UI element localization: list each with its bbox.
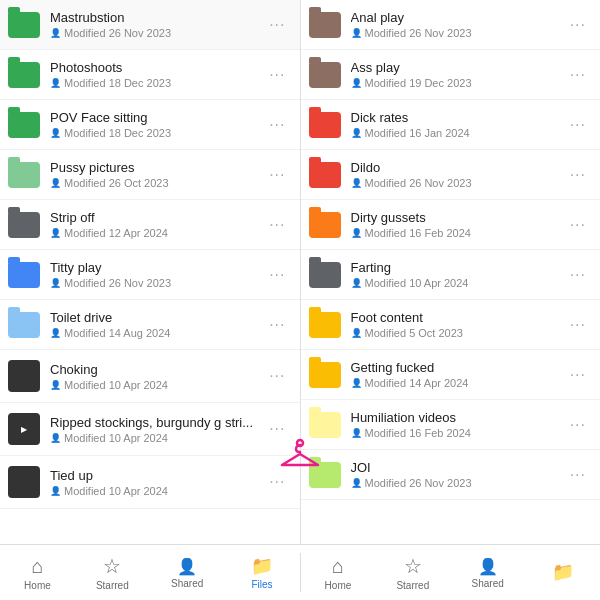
folder-icon xyxy=(8,212,40,238)
more-options-button[interactable]: ··· xyxy=(564,362,592,388)
list-item[interactable]: POV Face sittingModified 18 Dec 2023··· xyxy=(0,100,300,150)
folder-icon xyxy=(8,162,40,188)
more-options-button[interactable]: ··· xyxy=(263,312,291,338)
folder-info: Anal playModified 26 Nov 2023 xyxy=(351,10,564,39)
folder-info: JOIModified 26 Nov 2023 xyxy=(351,460,564,489)
folder-info: Toilet driveModified 14 Aug 2024 xyxy=(50,310,263,339)
more-options-button[interactable]: ··· xyxy=(263,62,291,88)
folder-name: Choking xyxy=(50,362,263,377)
nav-starred-right[interactable]: ☆ Starred xyxy=(375,545,450,600)
folder-icon xyxy=(8,62,40,88)
shared-icon-left: 👤 xyxy=(177,557,197,576)
nav-home-right[interactable]: ⌂ Home xyxy=(301,545,376,600)
folder-modified-date: Modified 16 Feb 2024 xyxy=(351,427,564,439)
list-item[interactable]: MastrubstionModified 26 Nov 2023··· xyxy=(0,0,300,50)
nav-files-right[interactable]: 📁 xyxy=(525,545,600,600)
folder-modified-date: Modified 19 Dec 2023 xyxy=(351,77,564,89)
folder-name: Mastrubstion xyxy=(50,10,263,25)
folder-thumbnail: ▶ xyxy=(8,413,40,445)
folder-info: Humiliation videosModified 16 Feb 2024 xyxy=(351,410,564,439)
more-options-button[interactable]: ··· xyxy=(263,12,291,38)
nav-home-left[interactable]: ⌂ Home xyxy=(0,545,75,600)
folder-info: ChokingModified 10 Apr 2024 xyxy=(50,362,263,391)
list-item[interactable]: FartingModified 10 Apr 2024··· xyxy=(301,250,601,300)
folder-thumbnail xyxy=(8,360,40,392)
list-item[interactable]: PhotoshootsModified 18 Dec 2023··· xyxy=(0,50,300,100)
list-item[interactable]: DildoModified 26 Nov 2023··· xyxy=(301,150,601,200)
starred-icon-left: ☆ xyxy=(103,554,121,578)
folder-modified-date: Modified 26 Oct 2023 xyxy=(50,177,263,189)
folder-info: Titty playModified 26 Nov 2023 xyxy=(50,260,263,289)
folder-name: Titty play xyxy=(50,260,263,275)
folder-modified-date: Modified 10 Apr 2024 xyxy=(50,432,263,444)
nav-starred-left[interactable]: ☆ Starred xyxy=(75,545,150,600)
files-icon-left: 📁 xyxy=(251,555,273,577)
folder-modified-date: Modified 26 Nov 2023 xyxy=(351,177,564,189)
folder-icon xyxy=(309,212,341,238)
folder-name: Dildo xyxy=(351,160,564,175)
folder-name: Photoshoots xyxy=(50,60,263,75)
nav-shared-right[interactable]: 👤 Shared xyxy=(450,545,525,600)
more-options-button[interactable]: ··· xyxy=(263,112,291,138)
folder-modified-date: Modified 18 Dec 2023 xyxy=(50,77,263,89)
list-item[interactable]: Foot contentModified 5 Oct 2023··· xyxy=(301,300,601,350)
home-icon-right: ⌂ xyxy=(332,555,344,578)
folder-modified-date: Modified 10 Apr 2024 xyxy=(351,277,564,289)
list-item[interactable]: JOIModified 26 Nov 2023··· xyxy=(301,450,601,500)
more-options-button[interactable]: ··· xyxy=(263,162,291,188)
svg-point-0 xyxy=(297,440,303,446)
folder-modified-date: Modified 14 Apr 2024 xyxy=(351,377,564,389)
list-item[interactable]: Toilet driveModified 14 Aug 2024··· xyxy=(0,300,300,350)
folder-info: Dick ratesModified 16 Jan 2024 xyxy=(351,110,564,139)
folder-info: MastrubstionModified 26 Nov 2023 xyxy=(50,10,263,39)
folder-info: Pussy picturesModified 26 Oct 2023 xyxy=(50,160,263,189)
list-item[interactable]: Humiliation videosModified 16 Feb 2024··… xyxy=(301,400,601,450)
left-file-list: MastrubstionModified 26 Nov 2023···Photo… xyxy=(0,0,301,544)
folder-modified-date: Modified 26 Nov 2023 xyxy=(351,27,564,39)
more-options-button[interactable]: ··· xyxy=(263,363,291,389)
list-item[interactable]: Anal playModified 26 Nov 2023··· xyxy=(301,0,601,50)
more-options-button[interactable]: ··· xyxy=(263,212,291,238)
more-options-button[interactable]: ··· xyxy=(564,12,592,38)
folder-name: Dick rates xyxy=(351,110,564,125)
folder-icon xyxy=(309,262,341,288)
list-item[interactable]: ChokingModified 10 Apr 2024··· xyxy=(0,350,300,403)
more-options-button[interactable]: ··· xyxy=(564,162,592,188)
list-item[interactable]: Dirty gussetsModified 16 Feb 2024··· xyxy=(301,200,601,250)
list-item[interactable]: Strip offModified 12 Apr 2024··· xyxy=(0,200,300,250)
more-options-button[interactable]: ··· xyxy=(564,112,592,138)
nav-shared-label-right: Shared xyxy=(472,578,504,589)
folder-info: Foot contentModified 5 Oct 2023 xyxy=(351,310,564,339)
upload-icon[interactable] xyxy=(278,435,322,488)
list-item[interactable]: Titty playModified 26 Nov 2023··· xyxy=(0,250,300,300)
folder-name: Farting xyxy=(351,260,564,275)
folder-modified-date: Modified 26 Nov 2023 xyxy=(351,477,564,489)
folder-icon xyxy=(8,112,40,138)
more-options-button[interactable]: ··· xyxy=(564,412,592,438)
folder-modified-date: Modified 26 Nov 2023 xyxy=(50,27,263,39)
list-item[interactable]: Pussy picturesModified 26 Oct 2023··· xyxy=(0,150,300,200)
folder-icon xyxy=(309,12,341,38)
nav-files-left[interactable]: 📁 Files xyxy=(225,545,300,600)
more-options-button[interactable]: ··· xyxy=(564,62,592,88)
list-item[interactable]: Tied upModified 10 Apr 2024··· xyxy=(0,456,300,509)
folder-icon xyxy=(309,362,341,388)
more-options-button[interactable]: ··· xyxy=(564,212,592,238)
files-icon-right: 📁 xyxy=(552,561,574,583)
folder-name: Anal play xyxy=(351,10,564,25)
list-item[interactable]: Dick ratesModified 16 Jan 2024··· xyxy=(301,100,601,150)
folder-modified-date: Modified 5 Oct 2023 xyxy=(351,327,564,339)
more-options-button[interactable]: ··· xyxy=(564,462,592,488)
folder-modified-date: Modified 26 Nov 2023 xyxy=(50,277,263,289)
folder-info: FartingModified 10 Apr 2024 xyxy=(351,260,564,289)
list-item[interactable]: ▶Ripped stockings, burgundy g stri...Mod… xyxy=(0,403,300,456)
more-options-button[interactable]: ··· xyxy=(263,262,291,288)
more-options-button[interactable]: ··· xyxy=(564,312,592,338)
nav-shared-label-left: Shared xyxy=(171,578,203,589)
nav-shared-left[interactable]: 👤 Shared xyxy=(150,545,225,600)
folder-modified-date: Modified 16 Jan 2024 xyxy=(351,127,564,139)
list-item[interactable]: Getting fuckedModified 14 Apr 2024··· xyxy=(301,350,601,400)
more-options-button[interactable]: ··· xyxy=(564,262,592,288)
list-item[interactable]: Ass playModified 19 Dec 2023··· xyxy=(301,50,601,100)
folder-name: Toilet drive xyxy=(50,310,263,325)
